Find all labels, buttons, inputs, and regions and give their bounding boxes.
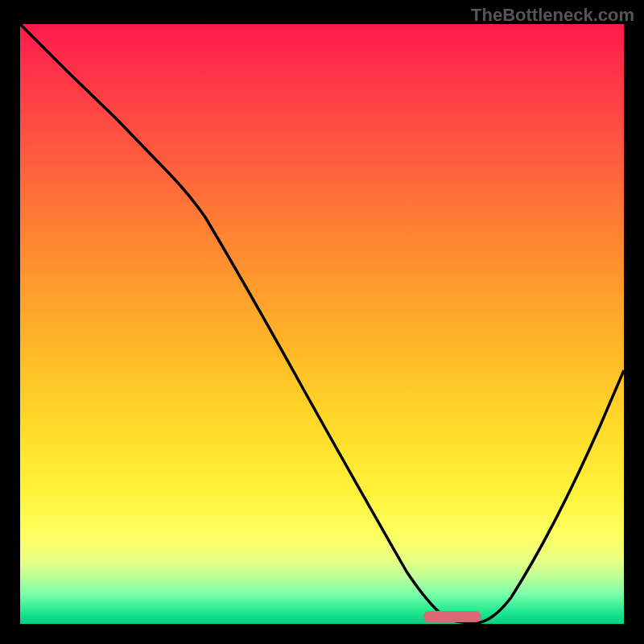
watermark-text: TheBottleneck.com [471, 5, 634, 26]
chart-plot-area [20, 24, 624, 624]
optimal-range-marker [423, 611, 481, 622]
curve-svg [20, 24, 624, 624]
bottleneck-curve-path [20, 24, 624, 623]
